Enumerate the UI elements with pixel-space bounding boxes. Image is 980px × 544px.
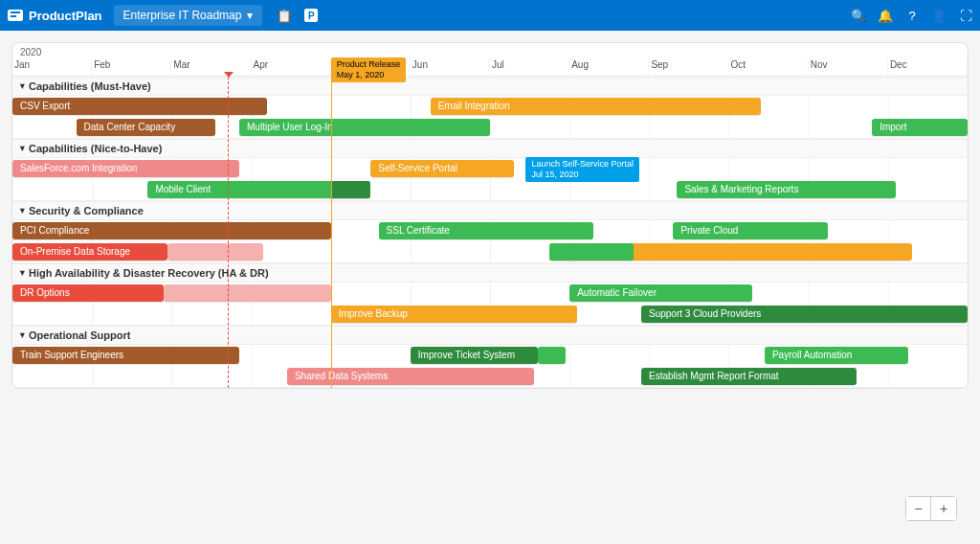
roadmap-bar[interactable]: Improve Backup bbox=[331, 306, 578, 323]
lane-body: SalesForce.com IntegrationSelf-Service P… bbox=[12, 158, 968, 201]
year-label: 2020 bbox=[12, 43, 968, 57]
roadmap-bar[interactable]: On-Premise Data Storage bbox=[12, 243, 167, 261]
user-icon[interactable]: 👤 bbox=[932, 9, 946, 22]
roadmap-bar[interactable]: Support 3 Cloud Providers bbox=[641, 306, 968, 323]
caret-down-icon: ▾ bbox=[247, 9, 253, 22]
lane-body: PCI ComplianceSSL CertificatePrivate Clo… bbox=[12, 220, 968, 263]
month-feb: Feb bbox=[92, 57, 171, 76]
lane-row: PCI ComplianceSSL CertificatePrivate Clo… bbox=[12, 220, 968, 241]
logo-icon bbox=[8, 10, 23, 21]
month-jan: Jan bbox=[12, 57, 92, 76]
roadmap-bar[interactable]: Private Cloud bbox=[673, 222, 828, 239]
clipboard-icon[interactable]: 📋 bbox=[278, 9, 291, 22]
lane-row: Improve BackupSupport 3 Cloud Providers bbox=[12, 304, 968, 325]
lane-body: CSV ExportEmail IntegrationData Center C… bbox=[12, 96, 968, 139]
roadmap-bar[interactable] bbox=[549, 243, 633, 261]
search-icon[interactable]: 🔍 bbox=[852, 9, 865, 22]
roadmap-bar[interactable]: DR Options bbox=[12, 284, 164, 302]
lane-row: On-Premise Data StorageSSAE 16 bbox=[12, 241, 968, 262]
lane-row: Train Support EngineersImprove Ticket Sy… bbox=[12, 345, 968, 366]
roadmap-bar[interactable] bbox=[164, 284, 331, 302]
lane-row: CSV ExportEmail Integration bbox=[12, 96, 968, 117]
roadmap-bar[interactable]: Automatic Failover bbox=[569, 284, 752, 302]
roadmap-bar[interactable]: Email Integration bbox=[431, 98, 761, 115]
milestone-tag[interactable]: Launch Self-Service PortalJul 15, 2020 bbox=[525, 157, 639, 182]
plan-selector[interactable]: Enterprise IT Roadmap ▾ bbox=[114, 5, 263, 26]
release-marker bbox=[331, 77, 332, 388]
app-name: ProductPlan bbox=[29, 9, 102, 23]
toolbar-left: 📋 P bbox=[278, 9, 318, 22]
month-mar: Mar bbox=[171, 57, 251, 76]
lane-header[interactable]: ▸High Availability & Disaster Recovery (… bbox=[12, 263, 968, 283]
month-dec: Dec bbox=[888, 57, 968, 76]
lane-body: Train Support EngineersImprove Ticket Sy… bbox=[12, 345, 968, 388]
roadmap-bar[interactable]: Improve Ticket System bbox=[411, 347, 538, 364]
lane-header[interactable]: ▸Capabilities (Nice-to-Have) bbox=[12, 139, 968, 158]
month-sep: Sep bbox=[649, 57, 728, 76]
lane-row: Data Center CapacityMultiple User Log-In… bbox=[12, 117, 968, 138]
roadmap-bar[interactable]: Self-Service Portal bbox=[370, 160, 514, 177]
lane-title: Capabilities (Nice-to-Have) bbox=[29, 143, 162, 154]
roadmap-bar[interactable]: CSV Export bbox=[12, 98, 267, 115]
chevron-down-icon: ▸ bbox=[18, 147, 28, 151]
help-icon[interactable]: ? bbox=[905, 9, 919, 22]
month-apr: Apr bbox=[252, 57, 331, 76]
fullscreen-icon[interactable]: ⛶ bbox=[959, 9, 972, 22]
lane-title: Operational Support bbox=[29, 329, 130, 341]
roadmap-bar[interactable]: Establish Mgmt Report Format bbox=[641, 368, 857, 385]
lane-header[interactable]: ▸Capabilities (Must-Have) bbox=[12, 77, 968, 96]
roadmap-bar[interactable] bbox=[538, 347, 566, 364]
chevron-down-icon: ▸ bbox=[18, 209, 28, 214]
lane-header[interactable]: ▸Security & Compliance bbox=[12, 201, 968, 220]
roadmap-bar[interactable]: Import bbox=[872, 119, 968, 136]
roadmap-bar[interactable]: Payroll Automation bbox=[765, 347, 908, 364]
lane-row: Mobile ClientSales & Marketing Reports bbox=[12, 179, 968, 200]
month-jun: Jun bbox=[411, 57, 490, 76]
roadmap-bar[interactable]: Multiple User Log-In bbox=[239, 119, 490, 136]
roadmap-canvas: 2020 JanFebMarAprMayJunJulAugSepOctNovDe… bbox=[11, 42, 969, 389]
lane-body: DR OptionsAutomatic FailoverImprove Back… bbox=[12, 283, 968, 326]
lane-title: High Availability & Disaster Recovery (H… bbox=[29, 267, 269, 279]
chevron-down-icon: ▸ bbox=[18, 271, 28, 276]
month-oct: Oct bbox=[729, 57, 809, 76]
roadmap-bar[interactable] bbox=[167, 243, 263, 261]
roadmap-bar[interactable]: Sales & Marketing Reports bbox=[677, 181, 896, 198]
month-jul: Jul bbox=[490, 57, 569, 76]
roadmap-bar[interactable] bbox=[331, 181, 371, 198]
chevron-down-icon: ▸ bbox=[18, 333, 28, 338]
month-aug: Aug bbox=[569, 57, 649, 76]
lane-title: Security & Compliance bbox=[29, 205, 144, 216]
lane-row: SalesForce.com IntegrationSelf-Service P… bbox=[12, 158, 968, 179]
lane-header[interactable]: ▸Operational Support bbox=[12, 326, 968, 345]
roadmap-bar[interactable]: SSL Certificate bbox=[379, 222, 594, 239]
roadmap-bar[interactable]: PCI Compliance bbox=[12, 222, 331, 239]
lanes-container: ▸Capabilities (Must-Have)CSV ExportEmail… bbox=[12, 77, 968, 388]
lane-title: Capabilities (Must-Have) bbox=[29, 80, 151, 92]
top-nav: ProductPlan Enterprise IT Roadmap ▾ 📋 P … bbox=[0, 0, 980, 31]
parking-icon[interactable]: P bbox=[304, 9, 318, 22]
roadmap-bar[interactable]: Data Center Capacity bbox=[77, 119, 216, 136]
bell-icon[interactable]: 🔔 bbox=[879, 9, 892, 22]
month-header: JanFebMarAprMayJunJulAugSepOctNovDecProd… bbox=[12, 57, 968, 77]
lane-row: DR OptionsAutomatic Failover bbox=[12, 283, 968, 304]
milestone-tag[interactable]: Product ReleaseMay 1, 2020 bbox=[331, 57, 407, 82]
plan-name: Enterprise IT Roadmap bbox=[123, 9, 242, 22]
chevron-down-icon: ▸ bbox=[18, 84, 28, 89]
app-logo[interactable]: ProductPlan bbox=[8, 9, 102, 23]
roadmap-bar[interactable]: SalesForce.com Integration bbox=[12, 160, 239, 177]
toolbar-right: 🔍 🔔 ? 👤 ⛶ bbox=[852, 9, 972, 22]
month-nov: Nov bbox=[809, 57, 888, 76]
roadmap-bar[interactable]: Shared Data Systems bbox=[287, 368, 534, 385]
lane-row: Shared Data SystemsEstablish Mgmt Report… bbox=[12, 366, 968, 387]
roadmap-bar[interactable]: Train Support Engineers bbox=[12, 347, 239, 364]
